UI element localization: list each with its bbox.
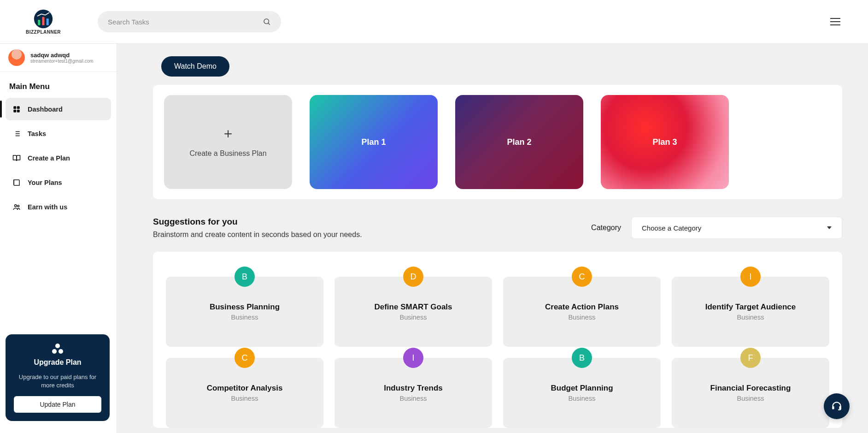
category-select-value: Choose a Category xyxy=(642,224,701,232)
chevron-down-icon xyxy=(827,226,832,229)
sidebar-item-label: Dashboard xyxy=(28,106,63,113)
svg-rect-9 xyxy=(17,109,20,112)
plan-card-3[interactable]: Plan 3 xyxy=(601,95,729,189)
menu-toggle[interactable] xyxy=(830,16,840,28)
search-input[interactable] xyxy=(108,18,263,26)
plan-label: Plan 2 xyxy=(507,137,531,147)
suggestion-card[interactable]: BBusiness PlanningBusiness xyxy=(166,277,323,347)
suggestion-title: Industry Trends xyxy=(384,384,443,393)
suggestion-category: Business xyxy=(400,314,427,321)
sidebar-item-label: Earn with us xyxy=(28,203,67,211)
suggestion-card[interactable]: BBudget PlanningBusiness xyxy=(503,358,661,428)
svg-rect-7 xyxy=(17,106,20,109)
plan-card-1[interactable]: Plan 1 xyxy=(310,95,438,189)
svg-rect-3 xyxy=(47,18,49,25)
logo[interactable]: BIZZPLANNER xyxy=(26,9,61,35)
svg-point-16 xyxy=(15,204,17,207)
list-icon xyxy=(12,129,21,138)
svg-rect-1 xyxy=(38,20,40,25)
suggestions-panel: BBusiness PlanningBusinessDDefine SMART … xyxy=(153,252,842,428)
suggestion-category: Business xyxy=(231,314,258,321)
plan-card-2[interactable]: Plan 2 xyxy=(455,95,583,189)
category-label: Category xyxy=(591,224,621,232)
suggestion-badge: D xyxy=(403,267,423,287)
suggestion-title: Identify Target Audience xyxy=(705,303,796,312)
logo-text: BIZZPLANNER xyxy=(26,30,61,35)
suggestion-category: Business xyxy=(737,395,764,402)
sidebar: sadqw adwqd streamentor+test1@gmail.com … xyxy=(0,44,117,433)
user-name: sadqw adwqd xyxy=(30,52,94,59)
sidebar-item-dashboard[interactable]: Dashboard xyxy=(6,98,111,120)
svg-rect-2 xyxy=(42,17,45,25)
search-input-wrapper[interactable] xyxy=(98,11,281,32)
suggestion-category: Business xyxy=(569,395,596,402)
upgrade-card: Upgrade Plan Upgrade to our paid plans f… xyxy=(6,334,110,421)
suggestion-category: Business xyxy=(231,395,258,402)
support-fab[interactable] xyxy=(824,393,850,419)
suggestion-badge: I xyxy=(740,267,761,287)
suggestion-card[interactable]: IIndustry TrendsBusiness xyxy=(334,358,492,428)
svg-rect-6 xyxy=(13,106,16,109)
user-box[interactable]: sadqw adwqd streamentor+test1@gmail.com xyxy=(0,44,117,72)
upgrade-button[interactable]: Update Plan xyxy=(14,396,101,413)
suggestion-title: Competitor Analysis xyxy=(207,384,283,393)
plans-panel: ＋ Create a Business Plan Plan 1 Plan 2 P… xyxy=(153,85,842,199)
plan-label: Plan 3 xyxy=(652,137,677,147)
suggestions-subtitle: Brainstorm and create content in seconds… xyxy=(153,231,362,239)
upgrade-text: Upgrade to our paid plans for more credi… xyxy=(14,373,101,390)
suggestion-badge: C xyxy=(572,267,592,287)
suggestion-title: Budget Planning xyxy=(551,384,613,393)
headset-icon xyxy=(831,400,843,412)
search-icon xyxy=(263,18,271,26)
suggestion-category: Business xyxy=(737,314,764,321)
upgrade-icon xyxy=(14,344,101,354)
svg-point-4 xyxy=(264,19,269,24)
sidebar-menu: Dashboard Tasks Create a Plan Your Plans… xyxy=(0,98,117,220)
user-email: streamentor+test1@gmail.com xyxy=(30,59,94,64)
category-select[interactable]: Choose a Category xyxy=(631,217,842,239)
suggestions-title: Suggestions for you xyxy=(153,217,362,227)
upgrade-title: Upgrade Plan xyxy=(14,358,101,367)
svg-line-5 xyxy=(268,23,270,24)
suggestion-badge: B xyxy=(235,267,255,287)
sidebar-item-label: Create a Plan xyxy=(28,154,70,162)
sidebar-item-create-plan[interactable]: Create a Plan xyxy=(6,147,111,169)
sidebar-item-label: Your Plans xyxy=(28,179,62,186)
suggestion-card[interactable]: CCreate Action PlansBusiness xyxy=(503,277,661,347)
suggestion-card[interactable]: CCompetitor AnalysisBusiness xyxy=(166,358,323,428)
svg-rect-18 xyxy=(832,406,834,409)
suggestion-category: Business xyxy=(400,395,427,402)
suggestion-card[interactable]: IIdentify Target AudienceBusiness xyxy=(672,277,829,347)
create-business-plan-card[interactable]: ＋ Create a Business Plan xyxy=(164,95,292,189)
create-plan-label: Create a Business Plan xyxy=(189,149,266,158)
header: BIZZPLANNER xyxy=(0,0,868,44)
plan-label: Plan 1 xyxy=(361,137,386,147)
suggestion-title: Business Planning xyxy=(210,303,280,312)
sidebar-item-label: Tasks xyxy=(28,130,46,137)
watch-demo-button[interactable]: Watch Demo xyxy=(161,56,229,77)
sidebar-item-your-plans[interactable]: Your Plans xyxy=(6,171,111,194)
avatar xyxy=(8,49,25,66)
svg-rect-8 xyxy=(13,109,16,112)
suggestion-card[interactable]: FFinancial ForecastingBusiness xyxy=(672,358,829,428)
suggestion-title: Financial Forecasting xyxy=(710,384,791,393)
suggestion-badge: C xyxy=(235,348,255,368)
main-menu-title: Main Menu xyxy=(0,72,117,98)
grid-icon xyxy=(12,105,21,114)
suggestion-category: Business xyxy=(569,314,596,321)
book-open-icon xyxy=(12,154,21,163)
suggestion-badge: F xyxy=(740,348,761,368)
sidebar-item-earn[interactable]: Earn with us xyxy=(6,196,111,218)
suggestion-title: Define SMART Goals xyxy=(374,303,452,312)
plus-icon: ＋ xyxy=(221,126,235,140)
suggestion-card[interactable]: DDefine SMART GoalsBusiness xyxy=(334,277,492,347)
suggestion-badge: I xyxy=(403,348,423,368)
sidebar-item-tasks[interactable]: Tasks xyxy=(6,122,111,145)
svg-point-17 xyxy=(18,205,19,207)
suggestion-badge: B xyxy=(572,348,592,368)
suggestions-header: Suggestions for you Brainstorm and creat… xyxy=(153,217,842,239)
book-icon xyxy=(12,178,21,187)
users-icon xyxy=(12,202,21,212)
logo-icon xyxy=(34,9,53,29)
svg-rect-19 xyxy=(839,406,841,409)
